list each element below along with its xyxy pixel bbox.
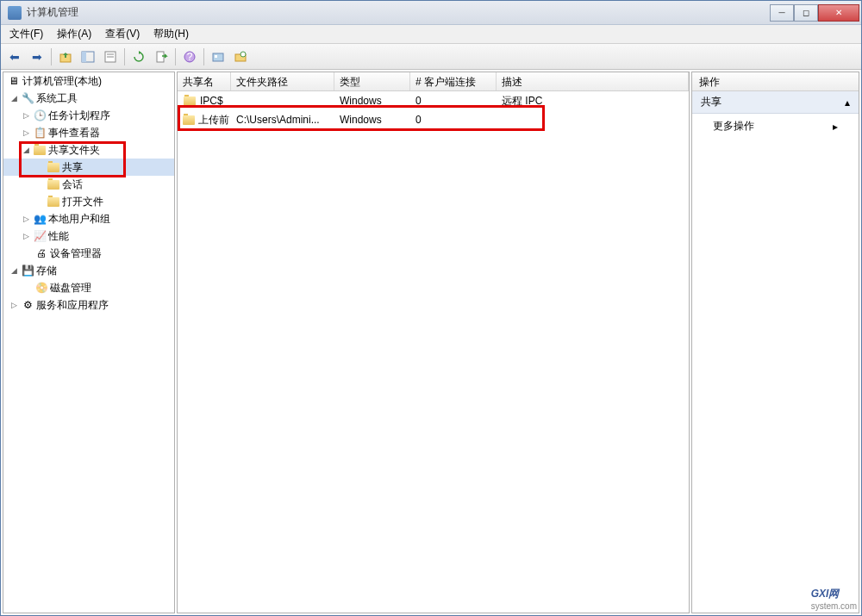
- toolbar-separator: [175, 48, 176, 65]
- expander-icon[interactable]: ▷: [21, 214, 31, 224]
- content-area: 🖥计算机管理(本地) ◢🔧系统工具 ▷🕒任务计划程序 ▷📋事件查看器 ◢共享文件…: [1, 70, 861, 615]
- tree-label: 会话: [62, 177, 83, 192]
- storage-icon: 💾: [21, 264, 34, 277]
- tree-event-viewer[interactable]: ▷📋事件查看器: [3, 124, 174, 141]
- help-button[interactable]: ?: [179, 47, 200, 67]
- tools-icon: 🔧: [21, 91, 34, 105]
- titlebar[interactable]: 计算机管理 ─ ◻ ✕: [1, 1, 861, 25]
- svg-rect-6: [157, 52, 164, 62]
- menu-file[interactable]: 文件(F): [4, 25, 48, 43]
- shares-list: 共享名 文件夹路径 类型 # 客户端连接 描述 IPC$ Windows 0 远…: [177, 72, 690, 613]
- tree-local-users[interactable]: ▷👥本地用户和组: [3, 210, 174, 227]
- expander-icon[interactable]: ◢: [21, 145, 31, 155]
- cell-path: C:\Users\Admini...: [231, 112, 334, 128]
- expander-icon[interactable]: ▷: [21, 128, 31, 138]
- up-button[interactable]: [55, 47, 76, 67]
- tree-storage[interactable]: ◢💾存储: [3, 262, 174, 279]
- tree-open-files[interactable]: 打开文件: [3, 193, 174, 210]
- menubar: 文件(F) 操作(A) 查看(V) 帮助(H): [1, 25, 861, 44]
- list-body[interactable]: IPC$ Windows 0 远程 IPC 上传前 C:\Users\Admin…: [178, 91, 689, 613]
- cell-text: 上传前: [198, 113, 229, 128]
- svg-rect-9: [213, 53, 223, 61]
- help-icon: ?: [183, 50, 197, 64]
- toolbar-separator: [203, 48, 204, 65]
- tree-label: 性能: [48, 229, 69, 244]
- tree-system-tools[interactable]: ◢🔧系统工具: [3, 90, 174, 107]
- toolbar: ⬅ ➡ ?: [1, 44, 861, 70]
- tree-pane-icon: [81, 50, 95, 64]
- tree-services-apps[interactable]: ▷⚙服务和应用程序: [3, 296, 174, 314]
- expander-icon[interactable]: ▷: [21, 231, 31, 241]
- expander-icon[interactable]: ◢: [9, 93, 19, 103]
- share-icon: [183, 113, 195, 127]
- col-share-name[interactable]: 共享名: [178, 72, 231, 90]
- cell-conns: 0: [410, 93, 497, 109]
- app-icon: [8, 6, 22, 20]
- tree-label: 本地用户和组: [48, 212, 110, 227]
- maximize-button[interactable]: ◻: [794, 4, 818, 22]
- folder-up-icon: [59, 50, 72, 64]
- close-button[interactable]: ✕: [818, 4, 859, 22]
- actions-more[interactable]: 更多操作 ▸: [692, 114, 859, 139]
- navigation-tree[interactable]: 🖥计算机管理(本地) ◢🔧系统工具 ▷🕒任务计划程序 ▷📋事件查看器 ◢共享文件…: [3, 72, 175, 613]
- svg-text:?: ?: [187, 51, 193, 63]
- tree-shares[interactable]: 共享: [3, 159, 174, 176]
- tree-shared-folders[interactable]: ◢共享文件夹: [3, 141, 174, 159]
- arrow-right-icon: ➡: [32, 50, 42, 64]
- list-row[interactable]: IPC$ Windows 0 远程 IPC: [178, 91, 689, 110]
- cell-name: 上传前: [178, 111, 231, 129]
- forward-button[interactable]: ➡: [27, 47, 47, 67]
- show-hide-tree-button[interactable]: [78, 47, 98, 67]
- tree-sessions[interactable]: 会话: [3, 176, 174, 193]
- tree-label: 共享: [62, 160, 83, 175]
- back-button[interactable]: ⬅: [4, 47, 25, 67]
- expander-icon[interactable]: ▷: [9, 300, 19, 310]
- menu-action[interactable]: 操作(A): [52, 25, 97, 43]
- tree-label: 存储: [36, 264, 57, 278]
- tree-label: 系统工具: [36, 91, 78, 106]
- toolbar-separator: [124, 48, 125, 65]
- actions-section-label: 共享: [701, 95, 721, 109]
- cell-desc: 远程 IPC: [497, 92, 689, 110]
- menu-help[interactable]: 帮助(H): [148, 25, 194, 43]
- open-files-icon: [47, 195, 60, 208]
- sessions-icon: [47, 177, 60, 191]
- tree-task-scheduler[interactable]: ▷🕒任务计划程序: [3, 107, 174, 124]
- col-description[interactable]: 描述: [497, 72, 689, 90]
- col-folder-path[interactable]: 文件夹路径: [231, 72, 334, 90]
- list-row[interactable]: 上传前 C:\Users\Admini... Windows 0: [178, 110, 689, 129]
- new-share-button[interactable]: [208, 47, 228, 67]
- export-button[interactable]: [151, 47, 172, 67]
- refresh-button[interactable]: [128, 47, 149, 67]
- tree-device-manager[interactable]: 🖨设备管理器: [3, 245, 174, 262]
- actions-header: 操作: [692, 72, 859, 91]
- actions-section[interactable]: 共享 ▴: [692, 91, 859, 114]
- shares-icon: [47, 160, 60, 174]
- expander-icon[interactable]: ▷: [21, 110, 31, 121]
- share-icon: [183, 94, 197, 108]
- tree-label: 事件查看器: [48, 126, 100, 140]
- computer-management-window: 计算机管理 ─ ◻ ✕ 文件(F) 操作(A) 查看(V) 帮助(H) ⬅ ➡ …: [0, 0, 862, 616]
- share-new-icon: [234, 50, 247, 64]
- svg-point-12: [240, 52, 246, 57]
- export-icon: [154, 50, 168, 64]
- event-icon: 📋: [33, 126, 47, 140]
- col-type[interactable]: 类型: [334, 72, 410, 90]
- tree-disk-management[interactable]: 📀磁盘管理: [3, 279, 174, 296]
- toolbar-separator: [51, 48, 52, 65]
- properties-icon: [103, 50, 117, 64]
- svg-rect-2: [82, 52, 86, 62]
- minimize-button[interactable]: ─: [770, 4, 794, 22]
- cell-type: Windows: [334, 93, 410, 109]
- tree-label: 任务计划程序: [48, 109, 110, 123]
- tree-performance[interactable]: ▷📈性能: [3, 227, 174, 245]
- cell-desc: [497, 118, 689, 121]
- clock-icon: 🕒: [33, 109, 47, 122]
- expander-icon[interactable]: ◢: [9, 265, 19, 276]
- col-client-connections[interactable]: # 客户端连接: [410, 72, 497, 90]
- properties-button[interactable]: [100, 47, 121, 67]
- tree-root[interactable]: 🖥计算机管理(本地): [3, 72, 174, 90]
- window-buttons: ─ ◻ ✕: [770, 4, 859, 22]
- menu-view[interactable]: 查看(V): [100, 25, 145, 43]
- new-session-button[interactable]: [230, 47, 251, 67]
